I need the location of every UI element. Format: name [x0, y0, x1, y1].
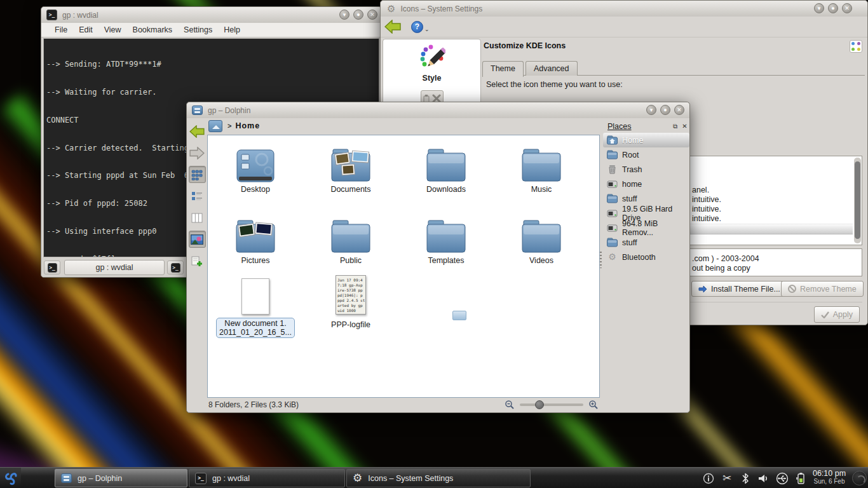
volume-icon[interactable]	[757, 472, 770, 485]
folder-label: Desktop	[208, 185, 303, 194]
places-item-trash[interactable]: Trash	[603, 162, 689, 177]
back-icon[interactable]	[384, 20, 401, 34]
folder-item-downloads[interactable]: Downloads	[398, 142, 494, 194]
terminal-icon: >_	[195, 473, 207, 484]
dolphin-statusbar: 8 Folders, 2 Files (3.3 KiB)	[187, 396, 689, 412]
menu-settings[interactable]: Settings	[178, 24, 218, 36]
close-panel-icon[interactable]: ✕	[680, 122, 689, 132]
tab-advanced[interactable]: Advanced	[526, 61, 578, 76]
task-label: gp : wvdial	[212, 474, 250, 483]
minimize-button[interactable]: ▾	[339, 10, 349, 20]
install-theme-button[interactable]: Install Theme File...	[691, 281, 787, 297]
breadcrumb-home[interactable]: Home	[235, 121, 260, 130]
minimize-button[interactable]: ▾	[814, 3, 824, 13]
taskbar-clock[interactable]: 06:10 pm Sun, 6 Feb	[808, 469, 850, 485]
settings-titlebar[interactable]: ⚙ Icons – System Settings ▾ ● ✕	[381, 1, 867, 17]
menu-edit[interactable]: Edit	[73, 24, 98, 36]
new-tab-button[interactable]: >_	[44, 261, 60, 274]
zoom-in-icon[interactable]	[588, 400, 599, 410]
maximize-button[interactable]: ●	[828, 3, 838, 13]
places-item-root[interactable]: Root	[603, 147, 689, 162]
split-view-button[interactable]	[189, 252, 206, 269]
tab-theme[interactable]: Theme	[482, 61, 524, 77]
panel-splitter[interactable]	[600, 252, 602, 268]
folder-item-videos[interactable]: Videos	[494, 213, 589, 265]
folder-icon	[398, 142, 494, 182]
folder-item-desktop[interactable]: Desktop	[208, 142, 303, 194]
places-item-removable[interactable]: 964.8 MiB Remov...	[603, 220, 689, 235]
konsole-tab-wvdial[interactable]: gp : wvdial	[64, 260, 165, 275]
menu-bookmarks[interactable]: Bookmarks	[127, 24, 179, 36]
taskbar-task-system-settings[interactable]: ⚙ Icons – System Settings	[346, 469, 531, 487]
places-title: Places	[607, 122, 670, 131]
task-label: Icons – System Settings	[368, 474, 453, 483]
apply-button[interactable]: Apply	[814, 306, 860, 323]
details-view-button[interactable]	[189, 187, 206, 205]
back-button[interactable]	[189, 123, 206, 140]
folder-item-documents[interactable]: Documents	[303, 142, 398, 194]
maximize-button[interactable]: ●	[353, 10, 363, 20]
maximize-button[interactable]: ●	[660, 105, 670, 115]
scrollbar-thumb[interactable]	[855, 161, 860, 239]
help-icon[interactable]: ?	[411, 21, 423, 33]
columns-view-button[interactable]	[189, 209, 206, 226]
bluetooth-icon[interactable]	[739, 472, 752, 485]
zoom-slider-handle[interactable]	[535, 400, 544, 409]
app-launcher-button[interactable]	[0, 468, 21, 488]
dolphin-titlebar[interactable]: gp – Dolphin ▾ ● ✕	[187, 102, 689, 118]
zoom-slider[interactable]	[520, 403, 583, 406]
klipper-scissors-icon[interactable]: ✂	[721, 472, 733, 485]
terminal-line: --> Sending: ATDT*99***1#	[46, 60, 379, 69]
places-item-bluetooth[interactable]: ⚙ Bluetooth	[603, 250, 689, 264]
folder-with-photos-icon	[303, 142, 398, 182]
icons-view-button[interactable]	[189, 166, 206, 183]
folder-item-templates[interactable]: Templates	[398, 213, 494, 265]
close-button[interactable]: ✕	[367, 10, 377, 20]
chevron-down-icon[interactable]: ⌄	[424, 26, 430, 32]
sidebar-item-style[interactable]: Style	[383, 39, 480, 108]
zoom-out-icon[interactable]	[505, 400, 515, 410]
places-item-label: Home	[622, 136, 643, 145]
folder-item-pictures[interactable]: Pictures	[208, 213, 303, 265]
preview-button[interactable]	[189, 231, 206, 248]
menu-help[interactable]: Help	[218, 24, 246, 36]
overview-icon[interactable]	[850, 40, 862, 53]
close-button[interactable]: ✕	[842, 3, 852, 13]
dolphin-window-title: gp – Dolphin	[208, 106, 250, 115]
minimize-button[interactable]: ▾	[646, 105, 656, 115]
scrollbar[interactable]	[854, 158, 861, 243]
taskbar-task-dolphin[interactable]: gp – Dolphin	[55, 469, 187, 487]
remove-theme-button[interactable]: Remove Theme	[781, 281, 864, 297]
float-panel-icon[interactable]: ⧉	[670, 122, 680, 132]
page-title: Customize KDE Icons	[484, 41, 566, 50]
file-manager-icon	[192, 105, 203, 115]
plasma-cashew-icon[interactable]	[852, 471, 867, 485]
split-tab-button[interactable]: >_	[167, 261, 184, 274]
places-item-label: home	[622, 180, 642, 189]
notifications-info-icon[interactable]	[702, 472, 715, 485]
text-file-preview-icon: Jan 17 09:4 7:18 gp-Asp ire-5738 pp pd[1…	[336, 275, 366, 315]
folder-label: Music	[494, 185, 589, 194]
close-button[interactable]: ✕	[674, 105, 684, 115]
battery-icon[interactable]	[794, 472, 807, 485]
folder-with-photos-icon	[208, 213, 303, 254]
usb-device-icon[interactable]	[776, 472, 789, 485]
task-label: gp – Dolphin	[78, 474, 122, 483]
places-item-stuff2[interactable]: stuff	[603, 235, 689, 250]
preview-icon	[191, 234, 203, 245]
taskbar-task-wvdial[interactable]: >_ gp : wvdial	[189, 469, 345, 487]
folder-view[interactable]: Desktop Documents	[207, 135, 600, 398]
file-item-new-document[interactable]: New document 1.2011_01_20_16_5...	[208, 274, 303, 338]
konsole-titlebar[interactable]: >_ gp : wvdial ▾ ● ✕	[41, 7, 381, 23]
home-icon[interactable]	[208, 120, 222, 132]
places-item-home-drive[interactable]: home	[603, 177, 689, 191]
forward-button[interactable]	[189, 144, 206, 161]
file-label: PPP-logfile	[303, 320, 398, 329]
file-item-ppp-logfile[interactable]: Jan 17 09:4 7:18 gp-Asp ire-5738 pp pd[1…	[303, 274, 398, 329]
folder-item-public[interactable]: Public	[303, 213, 398, 265]
places-item-home[interactable]: Home	[603, 133, 689, 147]
folder-item-music[interactable]: Music	[494, 142, 589, 194]
menu-file[interactable]: File	[49, 24, 73, 36]
menu-view[interactable]: View	[98, 24, 127, 36]
launcher-logo-icon	[3, 470, 19, 487]
